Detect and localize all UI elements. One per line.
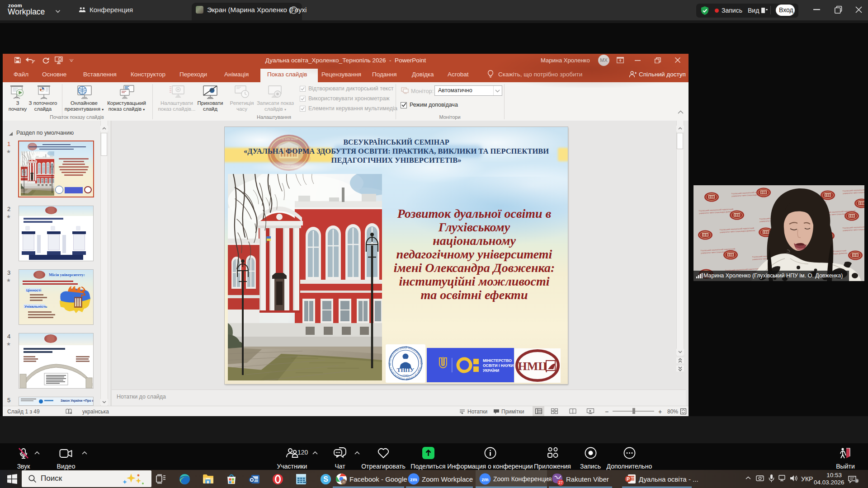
- svg-text:27: 27: [558, 480, 563, 485]
- svg-text:УКРАЇНИ: УКРАЇНИ: [483, 368, 499, 373]
- svg-text:zm: zm: [410, 477, 417, 482]
- svg-text:3: 3: [856, 479, 858, 483]
- svg-text:НМЦ: НМЦ: [518, 360, 547, 373]
- svg-text:ОСВІТИ І НАУКИ: ОСВІТИ І НАУКИ: [483, 363, 514, 368]
- svg-text:zm: zm: [481, 477, 489, 482]
- svg-text:P: P: [627, 476, 630, 482]
- svg-text:1940: 1940: [402, 374, 409, 377]
- svg-text:л: л: [343, 480, 345, 484]
- svg-text:S: S: [323, 475, 328, 483]
- svg-text:МІНІСТЕРСТВО: МІНІСТЕРСТВО: [483, 358, 512, 363]
- svg-text:ТНПУ: ТНПУ: [397, 366, 415, 373]
